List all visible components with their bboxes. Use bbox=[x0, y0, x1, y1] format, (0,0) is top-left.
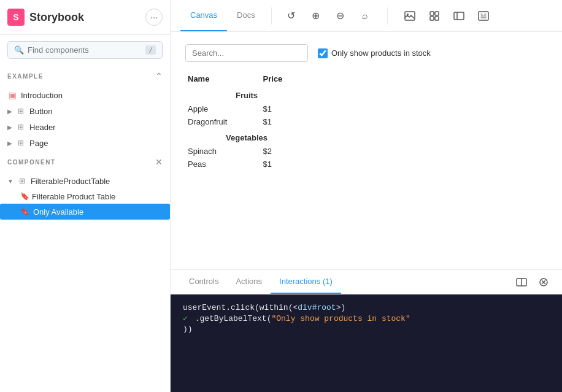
sidebar-item-filterable-label: FilterableProductTable bbox=[31, 177, 110, 186]
zoom-reset-button[interactable]: ⌕ bbox=[356, 7, 374, 25]
svg-rect-2 bbox=[430, 12, 434, 15]
grid-icon-button: ⊞ bbox=[16, 106, 26, 116]
search-box[interactable]: 🔍 / bbox=[7, 41, 163, 59]
bottom-panel: Controls Actions Interactions (1) bbox=[171, 269, 562, 392]
sidebar-toggle-button[interactable] bbox=[450, 7, 468, 25]
table-header-price: Price bbox=[261, 72, 308, 86]
svg-rect-3 bbox=[435, 12, 439, 15]
expand-button[interactable] bbox=[475, 7, 492, 25]
grid-view-button[interactable] bbox=[426, 7, 443, 25]
expand-icon-2: ▶ bbox=[7, 124, 12, 131]
svg-rect-6 bbox=[454, 12, 464, 20]
toolbar: Canvas Docs ↺ ⊕ ⊖ ⌕ bbox=[171, 0, 562, 32]
sidebar-item-filterable-story-label: Filterable Product Table bbox=[32, 192, 115, 201]
sidebar-item-page[interactable]: ▶ ⊞ Page bbox=[0, 135, 170, 151]
example-section-header: EXAMPLE ⌃ bbox=[7, 71, 163, 81]
svg-rect-5 bbox=[435, 17, 439, 20]
sidebar-header: S Storybook ··· bbox=[0, 0, 170, 35]
search-icon: 🔍 bbox=[14, 45, 24, 55]
zoom-out-button[interactable]: ⊖ bbox=[332, 7, 349, 25]
sidebar-item-only-available-label: Only Available bbox=[33, 207, 83, 217]
toolbar-icons: ↺ ⊕ ⊖ ⌕ bbox=[283, 7, 492, 25]
sidebar: S Storybook ··· 🔍 / EXAMPLE ⌃ ▣ Introduc… bbox=[0, 0, 171, 392]
storybook-logo-icon: S bbox=[7, 9, 25, 26]
table-header-row: Name Price bbox=[185, 72, 308, 86]
product-price-apple: $1 bbox=[261, 102, 308, 115]
bookmark-icon-2: 🔖 bbox=[20, 207, 29, 217]
component-section-header: COMPONENT ✕ bbox=[7, 157, 163, 167]
only-in-stock-text: Only show products in stock bbox=[331, 48, 431, 58]
only-in-stock-label[interactable]: Only show products in stock bbox=[318, 48, 431, 58]
table-row: Peas $1 bbox=[185, 158, 308, 171]
tab-canvas[interactable]: Canvas bbox=[180, 0, 227, 31]
tab-actions[interactable]: Actions bbox=[227, 270, 271, 294]
table-row: Apple $1 bbox=[185, 102, 308, 115]
example-section-label: EXAMPLE bbox=[7, 73, 44, 80]
sidebar-item-button[interactable]: ▶ ⊞ Button bbox=[0, 103, 170, 119]
category-fruits: Fruits bbox=[185, 86, 308, 102]
sidebar-item-header[interactable]: ▶ ⊞ Header bbox=[0, 119, 170, 135]
tab-docs[interactable]: Docs bbox=[227, 0, 265, 31]
code-line-1: userEvent.click(within(<div#root>) bbox=[183, 303, 550, 312]
table-row: Spinach $2 bbox=[185, 145, 308, 158]
zoom-in-button[interactable]: ⊕ bbox=[307, 7, 325, 25]
sidebar-item-header-label: Header bbox=[29, 123, 56, 132]
bottom-tabs: Controls Actions Interactions (1) bbox=[171, 270, 562, 294]
toolbar-divider-2 bbox=[387, 7, 388, 25]
table-row: Vegetables bbox=[185, 128, 308, 145]
image-button[interactable] bbox=[401, 7, 418, 25]
code-line-2: ✓ .getByLabelText("Only show products in… bbox=[183, 313, 550, 323]
tab-interactions[interactable]: Interactions (1) bbox=[271, 270, 341, 294]
product-price-spinach: $2 bbox=[261, 145, 308, 158]
product-name-spinach: Spinach bbox=[185, 145, 261, 158]
sidebar-item-only-available[interactable]: 🔖 Only Available bbox=[0, 204, 170, 220]
search-input[interactable] bbox=[28, 45, 142, 55]
sidebar-item-filterable-product-table[interactable]: ▼ ⊞ FilterableProductTable bbox=[0, 173, 170, 189]
expand-icon-4: ▼ bbox=[7, 178, 13, 185]
check-icon: ✓ bbox=[183, 314, 188, 323]
code-area: userEvent.click(within(<div#root>) ✓ .ge… bbox=[171, 294, 562, 392]
product-name-dragonfruit: Dragonfruit bbox=[185, 115, 261, 128]
product-table: Name Price Fruits Apple $1 Dragonfruit $… bbox=[185, 72, 308, 171]
expand-icon-3: ▶ bbox=[7, 140, 12, 147]
document-icon: ▣ bbox=[7, 90, 17, 100]
more-options-button[interactable]: ··· bbox=[145, 9, 163, 26]
main-area: Canvas Docs ↺ ⊕ ⊖ ⌕ bbox=[171, 0, 562, 392]
table-row: Fruits bbox=[185, 86, 308, 102]
sidebar-item-filterable-story[interactable]: 🔖 Filterable Product Table bbox=[0, 189, 170, 204]
toolbar-divider bbox=[271, 7, 272, 25]
product-controls: Only show products in stock bbox=[185, 44, 547, 62]
refresh-button[interactable]: ↺ bbox=[283, 7, 300, 25]
more-icon: ··· bbox=[150, 12, 158, 22]
component-section-label: COMPONENT bbox=[7, 159, 56, 166]
tab-controls[interactable]: Controls bbox=[180, 270, 227, 294]
component-section-collapse-button[interactable]: ✕ bbox=[155, 157, 163, 167]
grid-icon-filterable: ⊞ bbox=[17, 176, 27, 186]
expand-icon: ▶ bbox=[7, 108, 12, 115]
component-section: COMPONENT ✕ bbox=[0, 151, 170, 173]
product-name-peas: Peas bbox=[185, 158, 261, 171]
sidebar-item-introduction-label: Introduction bbox=[21, 91, 63, 100]
product-price-peas: $1 bbox=[261, 158, 308, 171]
only-in-stock-checkbox[interactable] bbox=[318, 48, 328, 58]
sidebar-title: Storybook bbox=[29, 11, 84, 24]
sidebar-search-container: 🔍 / bbox=[0, 35, 170, 65]
table-header-name: Name bbox=[185, 72, 261, 86]
bookmark-icon-1: 🔖 bbox=[20, 191, 29, 201]
canvas-area: Only show products in stock Name Price F… bbox=[171, 32, 562, 269]
svg-rect-4 bbox=[430, 17, 434, 20]
sidebar-logo: S Storybook bbox=[7, 9, 84, 26]
search-shortcut: / bbox=[145, 45, 156, 55]
product-search-input[interactable] bbox=[185, 44, 308, 62]
grid-icon-header: ⊞ bbox=[16, 122, 26, 132]
product-price-dragonfruit: $1 bbox=[261, 115, 308, 128]
product-name-apple: Apple bbox=[185, 102, 261, 115]
table-row: Dragonfruit $1 bbox=[185, 115, 308, 128]
toolbar-tabs: Canvas Docs bbox=[180, 0, 265, 31]
bottom-panel-icons bbox=[513, 274, 552, 291]
sidebar-item-introduction[interactable]: ▣ Introduction bbox=[0, 87, 170, 103]
split-view-button[interactable] bbox=[513, 274, 530, 291]
example-section-collapse-button[interactable]: ⌃ bbox=[155, 71, 163, 81]
close-panel-button[interactable] bbox=[535, 274, 552, 291]
sidebar-item-button-label: Button bbox=[29, 107, 53, 116]
